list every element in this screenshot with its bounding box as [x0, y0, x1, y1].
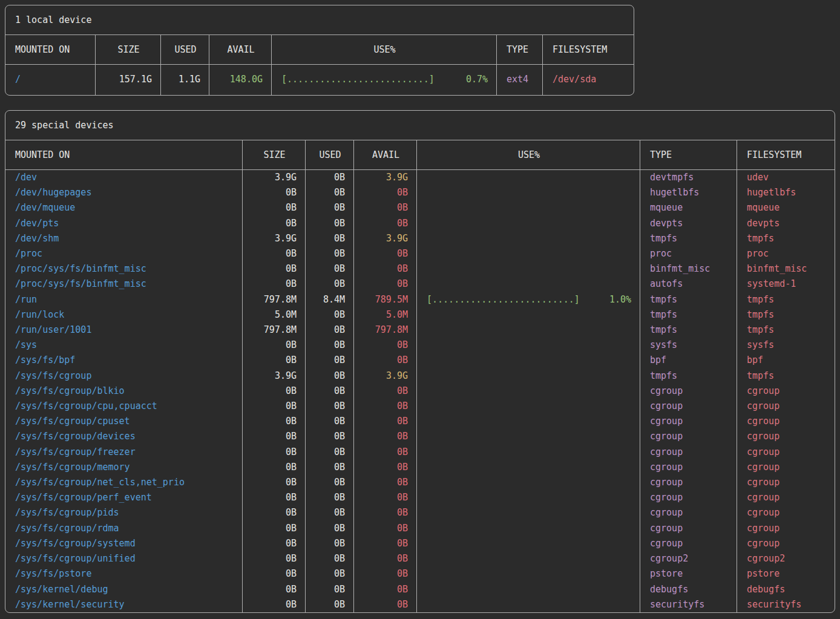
cell-mounted-on: /proc/sys/fs/binfmt_misc [5, 277, 242, 292]
cell-use-percent [416, 536, 640, 551]
cell-size: 0B [242, 566, 305, 581]
cell-used: 0B [305, 200, 353, 215]
cell-used: 8.4M [305, 292, 353, 307]
table-row: /sys/fs/cgroup 3.9G 0B 3.9G tmpfs tmpfs [5, 368, 835, 384]
table-row: / 157.1G 1.1G 148.0G [..................… [5, 65, 634, 94]
cell-mounted-on: /sys/fs/cgroup/pids [5, 505, 242, 520]
column-header-avail: AVAIL [353, 140, 416, 169]
cell-avail: 0B [353, 490, 416, 505]
cell-size: 3.9G [242, 231, 305, 246]
cell-size: 0B [242, 551, 305, 566]
special-device-rows: /dev 3.9G 0B 3.9G devtmpfs udev /dev/hug… [5, 170, 835, 612]
cell-mounted-on: /sys/fs/cgroup/blkio [5, 384, 242, 399]
cell-size: 0B [242, 490, 305, 505]
cell-mounted-on: /sys/fs/cgroup/freezer [5, 445, 242, 460]
cell-mounted-on: /proc [5, 246, 242, 261]
cell-mounted-on: /sys/kernel/security [5, 597, 242, 612]
column-header-size: SIZE [95, 35, 160, 64]
cell-mounted-on: /dev/shm [5, 231, 242, 246]
table-row: /sys/fs/cgroup/rdma 0B 0B 0B cgroup cgro… [5, 521, 835, 536]
cell-type: cgroup [640, 475, 737, 490]
cell-used: 0B [305, 414, 353, 429]
table-row: /sys/fs/cgroup/cpu,cpuacct 0B 0B 0B cgro… [5, 399, 835, 414]
table-row: /sys/fs/bpf 0B 0B 0B bpf bpf [5, 353, 835, 368]
cell-use-percent [416, 429, 640, 444]
cell-avail: 0B [353, 460, 416, 475]
cell-filesystem: bpf [737, 353, 835, 368]
cell-size: 5.0M [242, 307, 305, 323]
cell-mounted-on: /dev/mqueue [5, 200, 242, 215]
column-header-used: USED [160, 35, 209, 64]
table-row: /sys/fs/cgroup/perf_event 0B 0B 0B cgrou… [5, 490, 835, 505]
cell-used: 0B [305, 505, 353, 520]
cell-type: pstore [640, 566, 737, 581]
cell-size: 0B [242, 277, 305, 292]
table-row: /dev/pts 0B 0B 0B devpts devpts [5, 216, 835, 231]
cell-size: 0B [242, 414, 305, 429]
cell-used: 1.1G [160, 65, 209, 94]
cell-type: tmpfs [640, 323, 737, 338]
table-row: /sys/fs/cgroup/systemd 0B 0B 0B cgroup c… [5, 536, 835, 551]
cell-avail: 0B [353, 475, 416, 490]
terminal-output: 1 local device MOUNTED ON SIZE USED AVAI… [0, 0, 840, 618]
cell-size: 3.9G [242, 368, 305, 384]
cell-type: sysfs [640, 338, 737, 353]
cell-avail: 0B [353, 445, 416, 460]
table-row: /sys/fs/cgroup/freezer 0B 0B 0B cgroup c… [5, 445, 835, 460]
cell-mounted-on: /sys/fs/cgroup/perf_event [5, 490, 242, 505]
cell-used: 0B [305, 185, 353, 200]
cell-mounted-on: /dev/pts [5, 216, 242, 231]
cell-filesystem: tmpfs [737, 323, 835, 338]
cell-type: cgroup2 [640, 551, 737, 566]
cell-use-percent [416, 597, 640, 612]
cell-type: bpf [640, 353, 737, 368]
cell-use-percent [416, 185, 640, 200]
cell-mounted-on: /dev/hugepages [5, 185, 242, 200]
cell-avail: 0B [353, 384, 416, 399]
cell-size: 0B [242, 185, 305, 200]
cell-mounted-on: /sys/fs/cgroup/cpuset [5, 414, 242, 429]
cell-filesystem: tmpfs [737, 231, 835, 246]
cell-type: cgroup [640, 429, 737, 444]
cell-used: 0B [305, 399, 353, 414]
cell-used: 0B [305, 536, 353, 551]
cell-used: 0B [305, 368, 353, 384]
usage-percent: 0.7% [466, 72, 488, 87]
cell-filesystem: tmpfs [737, 307, 835, 323]
cell-size: 0B [242, 246, 305, 261]
cell-filesystem: binfmt_misc [737, 261, 835, 277]
table-row: /proc/sys/fs/binfmt_misc 0B 0B 0B binfmt… [5, 261, 835, 277]
special-devices-title: 29 special devices [5, 111, 835, 140]
cell-size: 0B [242, 261, 305, 277]
cell-type: cgroup [640, 460, 737, 475]
cell-avail: 0B [353, 551, 416, 566]
cell-type: mqueue [640, 200, 737, 215]
cell-avail: 0B [353, 185, 416, 200]
column-header-used: USED [305, 140, 353, 169]
table-row: /sys/fs/cgroup/memory 0B 0B 0B cgroup cg… [5, 460, 835, 475]
cell-use-percent [416, 323, 640, 338]
cell-type: cgroup [640, 521, 737, 536]
cell-used: 0B [305, 338, 353, 353]
cell-size: 0B [242, 460, 305, 475]
cell-avail: 0B [353, 277, 416, 292]
table-row: /sys/kernel/debug 0B 0B 0B debugfs debug… [5, 582, 835, 597]
cell-filesystem: cgroup [737, 429, 835, 444]
local-devices-table: 1 local device MOUNTED ON SIZE USED AVAI… [5, 5, 634, 96]
cell-avail: 3.9G [353, 368, 416, 384]
cell-mounted-on: /run/user/1001 [5, 323, 242, 338]
cell-used: 0B [305, 307, 353, 323]
cell-mounted-on: /sys/fs/pstore [5, 566, 242, 581]
cell-avail: 3.9G [353, 231, 416, 246]
cell-size: 0B [242, 429, 305, 444]
table-row: /run/user/1001 797.8M 0B 797.8M tmpfs tm… [5, 323, 835, 338]
cell-used: 0B [305, 582, 353, 597]
cell-use-percent [416, 551, 640, 566]
cell-size: 797.8M [242, 292, 305, 307]
cell-mounted-on: /sys/fs/cgroup/unified [5, 551, 242, 566]
cell-avail: 0B [353, 429, 416, 444]
table-row: /sys/fs/cgroup/unified 0B 0B 0B cgroup2 … [5, 551, 835, 566]
column-header-filesystem: FILESYSTEM [737, 140, 835, 169]
cell-used: 0B [305, 353, 353, 368]
cell-use-percent [416, 261, 640, 277]
